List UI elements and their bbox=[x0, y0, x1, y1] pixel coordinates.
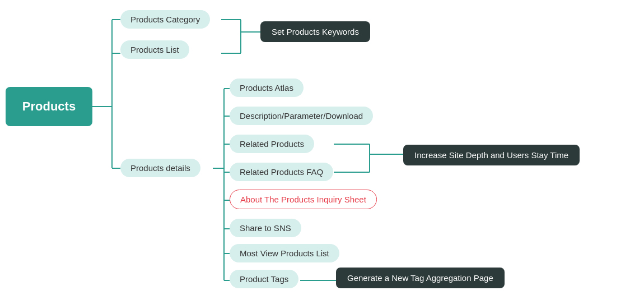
description-param-node[interactable]: Description/Parameter/Download bbox=[230, 107, 373, 125]
products-details-node[interactable]: Products details bbox=[120, 159, 200, 177]
set-keywords-box: Set Products Keywords bbox=[260, 21, 370, 42]
share-sns-node[interactable]: Share to SNS bbox=[230, 219, 301, 237]
new-tag-page-box: Generate a New Tag Aggregation Page bbox=[336, 268, 505, 288]
mind-map-diagram: Products Products Category Products List… bbox=[0, 0, 644, 295]
site-depth-box: Increase Site Depth and Users Stay Time bbox=[403, 145, 580, 165]
inquiry-sheet-node[interactable]: About The Products Inquiry Sheet bbox=[230, 190, 377, 209]
product-tags-node[interactable]: Product Tags bbox=[230, 270, 298, 288]
root-label: Products bbox=[22, 99, 76, 114]
products-list-node[interactable]: Products List bbox=[120, 40, 189, 59]
related-faq-node[interactable]: Related Products FAQ bbox=[230, 163, 333, 181]
most-view-node[interactable]: Most View Products List bbox=[230, 244, 339, 262]
products-atlas-node[interactable]: Products Atlas bbox=[230, 79, 304, 97]
related-products-node[interactable]: Related Products bbox=[230, 135, 314, 153]
root-node: Products bbox=[6, 87, 92, 126]
products-category-node[interactable]: Products Category bbox=[120, 10, 210, 29]
